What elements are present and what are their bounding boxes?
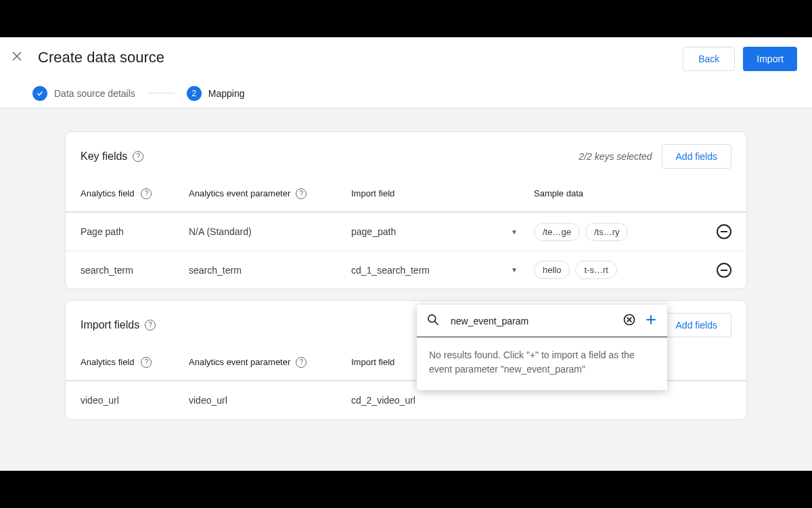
table-header: Analytics field? Analytics event paramet…	[66, 175, 746, 212]
popover-search-input[interactable]	[451, 316, 623, 326]
sample-chip: /te…ge	[534, 223, 580, 241]
popover-actions	[623, 313, 658, 329]
step-2-label: Mapping	[208, 88, 245, 99]
help-icon[interactable]: ?	[133, 151, 143, 162]
cell-event-param: N/A (Standard)	[189, 226, 252, 237]
cell-import-field: cd_2_video_url	[351, 395, 415, 406]
add-field-popover: No results found. Click "+" to import a …	[417, 305, 667, 390]
col-analytics-field: Analytics field	[81, 357, 134, 367]
sample-chip: t-s…rt	[575, 261, 616, 279]
table-row: Page path N/A (Standard) page_path▼ /te……	[66, 213, 746, 251]
chevron-down-icon: ▼	[511, 228, 518, 236]
step-1[interactable]: Data source details	[32, 86, 135, 101]
header-top-row: Create data source Back Import	[0, 37, 812, 78]
close-icon[interactable]	[11, 50, 23, 65]
cell-analytics-field: Page path	[81, 226, 124, 237]
step-1-label: Data source details	[54, 88, 135, 99]
stepper: Data source details 2 Mapping	[0, 78, 812, 108]
sample-chip: /ts…ry	[585, 223, 629, 241]
help-icon[interactable]: ?	[296, 357, 307, 368]
import-button[interactable]: Import	[743, 47, 797, 71]
add-key-fields-button[interactable]: Add fields	[662, 144, 731, 169]
page-body: Key fields ? 2/2 keys selected Add field…	[0, 108, 812, 454]
page-header: Create data source Back Import Data sour…	[0, 37, 812, 108]
col-event-param: Analytics event parameter	[189, 357, 290, 367]
popover-no-results: No results found. Click "+" to import a …	[417, 337, 667, 390]
col-sample-data: Sample data	[534, 188, 583, 198]
help-icon[interactable]: ?	[141, 357, 152, 368]
col-event-param: Analytics event parameter	[189, 188, 290, 198]
cell-import-field: page_path	[351, 226, 396, 237]
col-analytics-field: Analytics field	[81, 188, 134, 198]
card-header: Key fields ? 2/2 keys selected Add field…	[66, 132, 746, 175]
step-2-badge: 2	[187, 86, 202, 101]
col-import-field: Import field	[351, 188, 394, 198]
clear-icon[interactable]	[623, 313, 636, 329]
step-2[interactable]: 2 Mapping	[187, 86, 245, 101]
import-field-select[interactable]: cd_1_search_term▼	[351, 265, 534, 276]
import-field-select[interactable]: page_path▼	[351, 226, 534, 237]
back-button[interactable]: Back	[683, 47, 735, 71]
table-body: Page path N/A (Standard) page_path▼ /te……	[66, 212, 746, 289]
remove-row-button[interactable]	[717, 263, 731, 278]
app-frame: Create data source Back Import Data sour…	[0, 37, 812, 471]
remove-row-button[interactable]	[717, 224, 731, 239]
search-icon	[426, 313, 440, 329]
cell-import-field: cd_1_search_term	[351, 265, 430, 276]
add-import-fields-button[interactable]: Add fields	[662, 313, 731, 337]
header-actions: Back Import	[683, 47, 797, 71]
card-title: Key fields ?	[81, 150, 143, 163]
chevron-down-icon: ▼	[511, 266, 518, 274]
keys-selected-status: 2/2 keys selected	[579, 151, 652, 162]
col-import-field: Import field	[351, 357, 394, 367]
help-icon[interactable]: ?	[145, 320, 156, 331]
cell-analytics-field: search_term	[81, 265, 133, 276]
key-fields-card: Key fields ? 2/2 keys selected Add field…	[65, 131, 747, 289]
check-icon	[32, 86, 47, 101]
help-icon[interactable]: ?	[296, 188, 307, 199]
table-row: search_term search_term cd_1_search_term…	[66, 251, 746, 289]
svg-point-2	[428, 314, 436, 322]
cell-analytics-field: video_url	[81, 395, 119, 406]
sample-chip: hello	[534, 261, 570, 279]
add-new-param-button[interactable]	[644, 313, 658, 329]
card-title-text: Key fields	[81, 150, 127, 163]
step-connector	[148, 93, 175, 93]
card-title-text: Import fields	[81, 319, 139, 331]
popover-search-row	[417, 305, 667, 337]
cell-event-param: search_term	[189, 265, 242, 276]
svg-line-3	[435, 321, 438, 324]
cell-event-param: video_url	[189, 395, 227, 406]
page-title: Create data source	[38, 49, 164, 66]
help-icon[interactable]: ?	[141, 188, 152, 199]
card-title: Import fields ?	[81, 319, 156, 331]
